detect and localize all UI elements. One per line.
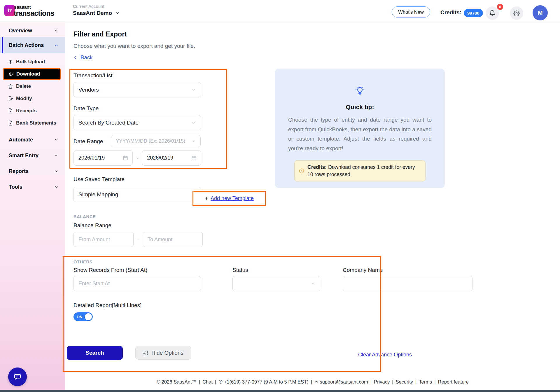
footer-separator: | [415, 379, 416, 384]
back-link[interactable]: Back [73, 54, 92, 61]
lightbulb-icon [354, 85, 365, 97]
footer-privacy-link[interactable]: Privacy [374, 379, 390, 384]
footer-phone[interactable]: ✆ +1(619) 377-0977 (9 A.M to 5 P.M EST) [218, 379, 308, 384]
toggle-on-label: ON [77, 315, 83, 319]
footer-email-link[interactable]: ✉ support@saasant.com [314, 379, 368, 384]
document-icon [8, 120, 13, 126]
chevron-down-icon [191, 120, 196, 125]
sidebar-label: Batch Actions [9, 42, 44, 48]
add-template-label: Add new Template [211, 195, 254, 202]
footer-separator: | [434, 379, 435, 384]
search-button[interactable]: Search [67, 346, 123, 360]
chevron-down-icon [54, 138, 58, 142]
add-new-template-button[interactable]: + Add new Template [192, 191, 266, 206]
settings-button[interactable] [510, 6, 523, 20]
chat-fab-button[interactable] [8, 368, 27, 386]
account-switcher[interactable]: SaasAnt Demo [73, 10, 120, 16]
sidebar-item-smart-entry[interactable]: Smart Entry [0, 149, 65, 162]
download-selected-pill[interactable]: Download [3, 68, 61, 80]
sidebar-label: Delete [16, 83, 31, 89]
saved-template-value: Simple Mapping [78, 191, 118, 198]
sidebar-label: Automate [9, 137, 33, 143]
bottom-bar [0, 390, 560, 392]
chevron-down-icon [54, 29, 58, 33]
info-icon [299, 168, 304, 174]
footer-separator: | [370, 379, 372, 384]
toggle-knob [85, 313, 92, 320]
chevron-down-icon [54, 169, 58, 173]
transaction-list-select[interactable]: Vendors [74, 82, 201, 97]
brand-name-bottom: transactions [14, 9, 54, 18]
footer-chat-link[interactable]: Chat [202, 379, 213, 384]
sidebar-item-batch-actions[interactable]: Batch Actions [0, 37, 65, 53]
footer-security-link[interactable]: Security [396, 379, 413, 384]
start-at-input[interactable] [74, 276, 201, 291]
date-range-separator: - [137, 155, 139, 161]
footer: © 2026 SaasAnt™|Chat|✆ +1(619) 377-0977 … [65, 379, 560, 385]
footer-separator: | [392, 379, 393, 384]
sidebar-item-tools[interactable]: Tools [0, 181, 65, 193]
sidebar-label: Bank Statements [16, 120, 56, 126]
sidebar-item-bank-statements[interactable]: Bank Statements [0, 117, 65, 129]
sidebar-item-reports[interactable]: Reports [0, 165, 65, 178]
footer-terms-link[interactable]: Terms [419, 379, 432, 384]
date-range-preset-select[interactable]: YYYY/MM/DD (Ex: 2026/01/15) [111, 135, 201, 147]
quick-tip-body: Choose the type of entity and date range… [288, 115, 432, 153]
balance-range-label: Balance Range [74, 222, 111, 229]
trash-icon [8, 83, 13, 89]
balance-separator: - [137, 237, 139, 243]
top-header: tr saasant transactions Current Account … [0, 0, 560, 22]
date-type-select[interactable]: Search By Created Date [74, 115, 201, 130]
footer-report-feature-link[interactable]: Report feature [438, 379, 469, 384]
sidebar-item-overview[interactable]: Overview [0, 24, 65, 37]
sidebar-item-bulk-upload[interactable]: Bulk Upload [0, 56, 65, 68]
user-avatar[interactable]: M [533, 5, 548, 20]
page-title: Filter and Export [74, 30, 127, 38]
chevron-down-icon [54, 153, 58, 158]
download-cloud-icon [8, 71, 14, 77]
sidebar-item-download[interactable]: Download [0, 68, 65, 80]
company-name-label: Company Name [343, 267, 383, 273]
others-section-label: OTHERS [74, 260, 92, 264]
file-edit-icon [8, 96, 13, 102]
sidebar-label: Modify [16, 96, 32, 102]
detailed-report-label: Detailed Report[Multi Lines] [74, 302, 141, 309]
sidebar-item-receipts[interactable]: Receipts [0, 105, 65, 117]
clear-advance-options-link[interactable]: Clear Advance Options [358, 352, 412, 358]
hide-options-button[interactable]: Hide Options [135, 346, 191, 360]
chevron-down-icon [116, 11, 120, 15]
balance-from-input[interactable] [74, 232, 134, 247]
balance-section-label: BALANCE [74, 214, 96, 219]
credits-note-text: Credits: Download consumes 1 credit for … [307, 164, 421, 178]
footer-copyright: © 2026 SaasAnt™ [157, 379, 197, 384]
gear-icon [513, 10, 520, 16]
sidebar-label: Reports [9, 168, 29, 174]
chevron-down-icon [191, 139, 196, 144]
date-to-input[interactable] [142, 150, 201, 166]
upload-cloud-icon [8, 59, 13, 65]
saved-template-select[interactable]: Simple Mapping [74, 187, 201, 202]
chevron-down-icon [311, 281, 315, 286]
date-range-placeholder: YYYY/MM/DD (Ex: 2026/01/15) [116, 138, 185, 144]
credits-badge: 99700 [464, 9, 483, 17]
transaction-list-value: Vendors [78, 87, 99, 93]
balance-to-input[interactable] [143, 232, 203, 247]
document-icon [8, 108, 13, 114]
app-root: tr saasant transactions Current Account … [0, 0, 560, 392]
sidebar-item-modify[interactable]: Modify [0, 92, 65, 105]
sidebar-label: Receipts [16, 108, 37, 114]
sliders-icon [143, 350, 148, 356]
footer-separator: | [215, 379, 216, 384]
credits-label: Credits: [440, 9, 461, 16]
chevron-up-icon [54, 43, 58, 47]
sidebar-item-delete[interactable]: Delete [0, 80, 65, 92]
status-select[interactable] [232, 276, 320, 291]
detailed-report-toggle[interactable]: ON [74, 312, 93, 321]
footer-separator: | [199, 379, 200, 384]
whats-new-button[interactable]: What's New [392, 6, 430, 18]
sidebar-item-automate[interactable]: Automate [0, 133, 65, 146]
company-name-input[interactable] [343, 276, 473, 291]
date-type-label: Date Type [74, 105, 99, 112]
date-from-input[interactable] [74, 150, 133, 166]
sidebar-label: Overview [9, 28, 32, 34]
